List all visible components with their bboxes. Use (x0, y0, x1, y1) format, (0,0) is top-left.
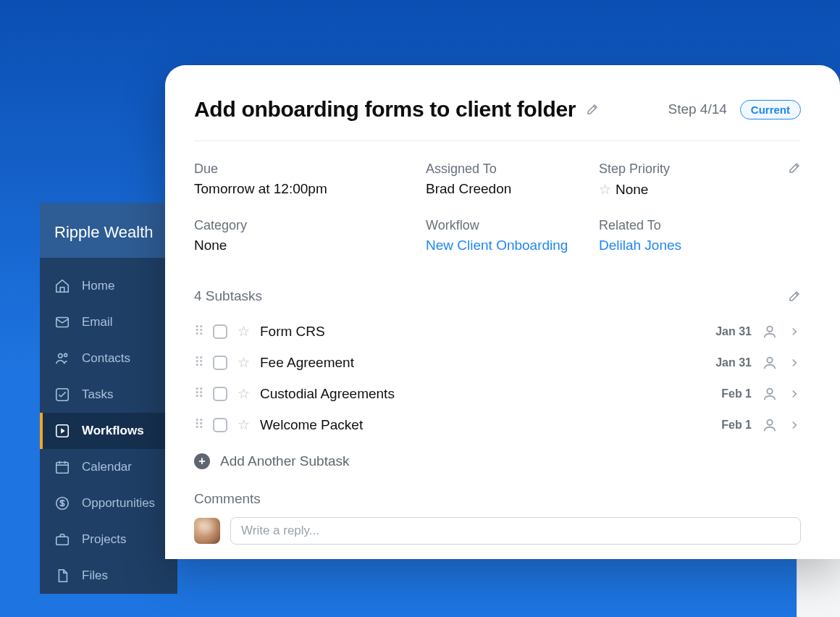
meta-related[interactable]: Related To Delilah Jones (599, 218, 772, 253)
subtask-row: ⠿ ☆ Fee Agreement Jan 31 (194, 347, 801, 378)
sidebar-item-files[interactable]: Files (40, 558, 177, 594)
briefcase-icon (54, 532, 70, 547)
sidebar-item-workflows[interactable]: Workflows (40, 413, 177, 449)
subtask-checkbox[interactable] (213, 324, 227, 339)
subtask-row: ⠿ ☆ Welcome Packet Feb 1 (194, 409, 801, 440)
meta-value: Tomorrow at 12:00pm (194, 181, 426, 197)
meta-label: Due (194, 161, 426, 177)
star-icon[interactable]: ☆ (238, 385, 250, 402)
svg-rect-5 (56, 463, 69, 474)
sidebar-item-home[interactable]: Home (40, 268, 177, 304)
meta-value: None (194, 238, 426, 253)
sidebar-item-contacts[interactable]: Contacts (40, 340, 177, 377)
chevron-right-icon[interactable] (788, 325, 801, 338)
sidebar-item-tasks[interactable]: Tasks (40, 377, 177, 413)
comments-heading: Comments (194, 491, 801, 507)
sidebar-item-label: Email (82, 315, 113, 330)
task-meta: Due Tomorrow at 12:00pm Assigned To Brad… (194, 161, 801, 253)
plus-icon: + (194, 453, 210, 469)
subtask-checkbox[interactable] (213, 418, 227, 432)
subtask-row: ⠿ ☆ Custodial Agreements Feb 1 (194, 378, 801, 409)
task-title: Add onboarding forms to client folder (194, 97, 576, 122)
reply-input[interactable] (230, 517, 801, 545)
meta-category[interactable]: Category None (194, 218, 426, 253)
chevron-right-icon[interactable] (788, 356, 801, 369)
assignee-icon[interactable] (762, 417, 778, 433)
assignee-icon[interactable] (762, 386, 778, 402)
meta-value: Brad Creedon (426, 181, 599, 197)
drag-handle-icon[interactable]: ⠿ (194, 354, 203, 371)
meta-value: ☆None (599, 181, 772, 198)
sidebar-item-label: Calendar (82, 460, 132, 474)
drag-handle-icon[interactable]: ⠿ (194, 416, 203, 433)
meta-workflow[interactable]: Workflow New Client Onboarding (426, 218, 599, 253)
meta-priority[interactable]: Step Priority ☆None (599, 161, 772, 198)
subtask-title[interactable]: Custodial Agreements (260, 386, 711, 402)
meta-label: Assigned To (426, 161, 599, 177)
svg-point-2 (64, 353, 67, 356)
subtask-date: Jan 31 (715, 325, 752, 338)
assignee-icon[interactable] (762, 355, 778, 371)
sidebar-item-label: Files (82, 568, 108, 583)
assignee-icon[interactable] (762, 324, 778, 340)
svg-rect-7 (56, 537, 69, 545)
meta-label: Workflow (426, 218, 599, 233)
avatar (194, 518, 220, 544)
subtask-checkbox[interactable] (213, 356, 227, 370)
star-icon: ☆ (599, 182, 611, 197)
star-icon[interactable]: ☆ (238, 416, 250, 433)
contacts-icon (54, 351, 70, 366)
sidebar-item-label: Workflows (82, 424, 144, 438)
subtask-title[interactable]: Welcome Packet (260, 417, 711, 433)
sidebar-item-label: Tasks (82, 387, 113, 402)
sidebar: Ripple Wealth Home Email Contacts Tasks (40, 203, 177, 594)
subtask-row: ⠿ ☆ Form CRS Jan 31 (194, 316, 801, 347)
star-icon[interactable]: ☆ (238, 354, 250, 371)
edit-title-icon[interactable] (586, 103, 599, 116)
checkbox-icon (54, 387, 70, 403)
task-detail-panel: Add onboarding forms to client folder St… (165, 65, 840, 559)
svg-point-10 (767, 388, 772, 393)
svg-point-8 (767, 326, 772, 331)
sidebar-item-email[interactable]: Email (40, 304, 177, 340)
edit-subtasks-icon[interactable] (788, 290, 801, 303)
chevron-right-icon[interactable] (788, 387, 801, 400)
drag-handle-icon[interactable]: ⠿ (194, 323, 203, 340)
edit-meta-icon[interactable] (788, 161, 801, 175)
meta-label: Related To (599, 218, 772, 233)
subtask-checkbox[interactable] (213, 387, 227, 401)
svg-point-11 (767, 419, 772, 424)
svg-point-9 (767, 357, 772, 362)
sidebar-item-label: Opportunities (82, 496, 155, 511)
sidebar-item-label: Home (82, 279, 114, 293)
sidebar-item-opportunities[interactable]: Opportunities (40, 485, 177, 521)
subtask-date: Jan 31 (715, 356, 752, 369)
workflow-link[interactable]: New Client Onboarding (426, 238, 599, 253)
subtasks-count: 4 Subtasks (194, 288, 262, 304)
calendar-icon (54, 459, 70, 475)
sidebar-nav: Home Email Contacts Tasks Workflows (40, 258, 177, 594)
related-link[interactable]: Delilah Jones (599, 238, 772, 253)
dollar-icon (54, 495, 70, 511)
sidebar-item-projects[interactable]: Projects (40, 521, 177, 558)
file-icon (54, 568, 70, 584)
envelope-icon (54, 314, 70, 330)
drag-handle-icon[interactable]: ⠿ (194, 385, 203, 402)
sidebar-item-label: Projects (82, 532, 126, 547)
subtask-title[interactable]: Form CRS (260, 324, 705, 340)
subtask-date: Feb 1 (721, 387, 752, 400)
meta-label: Category (194, 218, 426, 233)
subtask-title[interactable]: Fee Agreement (260, 355, 705, 371)
add-subtask-button[interactable]: + Add Another Subtask (194, 440, 801, 482)
meta-due[interactable]: Due Tomorrow at 12:00pm (194, 161, 426, 198)
workflow-icon (54, 423, 70, 439)
sidebar-item-label: Contacts (82, 351, 130, 366)
subtask-date: Feb 1 (721, 419, 752, 432)
step-indicator: Step 4/14 (668, 101, 726, 117)
chevron-right-icon[interactable] (788, 419, 801, 432)
svg-point-1 (59, 354, 63, 358)
star-icon[interactable]: ☆ (238, 323, 250, 340)
sidebar-item-calendar[interactable]: Calendar (40, 449, 177, 485)
meta-assigned[interactable]: Assigned To Brad Creedon (426, 161, 599, 198)
workspace-title: Ripple Wealth (40, 203, 177, 258)
